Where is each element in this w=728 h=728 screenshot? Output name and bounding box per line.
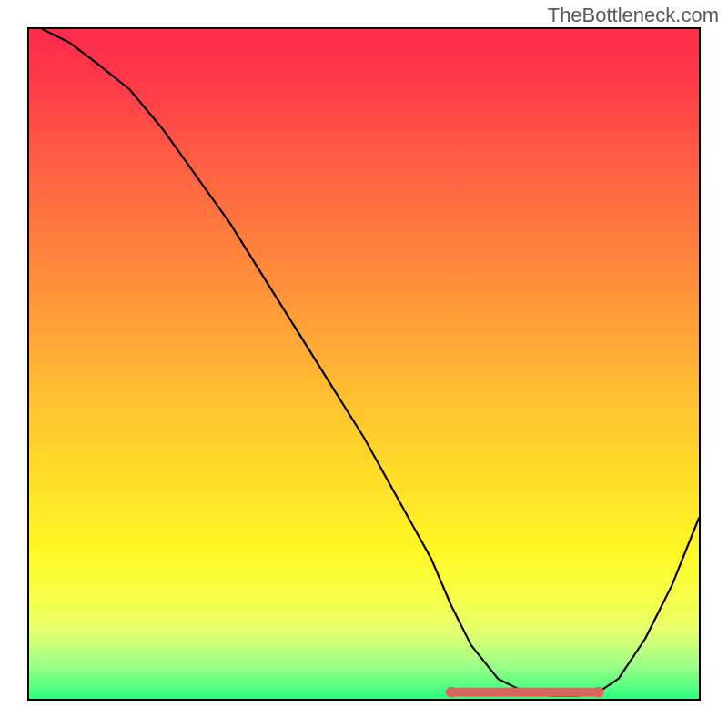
flat-region-start-marker xyxy=(446,687,457,698)
bottleneck-curve xyxy=(43,29,699,695)
curve-svg xyxy=(29,29,699,699)
flat-region-end-marker xyxy=(593,687,604,698)
plot-area xyxy=(27,27,701,701)
watermark-text: TheBottleneck.com xyxy=(548,4,719,27)
chart-container: TheBottleneck.com xyxy=(0,0,728,728)
